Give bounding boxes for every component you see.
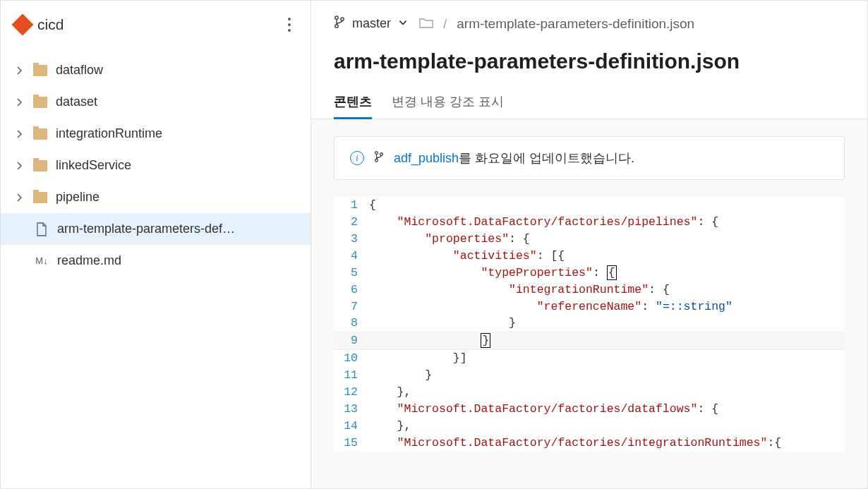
chevron-right-icon	[15, 66, 25, 76]
branch-picker[interactable]: master	[334, 15, 408, 32]
code-text: },	[366, 418, 411, 435]
file-explorer-sidebar: cicd dataflow dataset integrationRuntime…	[1, 1, 311, 488]
tree-label: pipeline	[56, 190, 296, 205]
folder-icon	[33, 192, 47, 203]
banner-branch-link[interactable]: adf_publish	[394, 151, 459, 165]
code-text: "Microsoft.DataFactory/factories/integra…	[366, 435, 781, 452]
line-number: 14	[334, 418, 366, 435]
svg-point-0	[335, 16, 338, 19]
line-number: 9	[334, 332, 366, 349]
code-viewer[interactable]: 1{ 2 "Microsoft.DataFactory/factories/pi…	[334, 197, 845, 452]
code-text: }	[366, 315, 516, 332]
line-number: 5	[334, 265, 366, 282]
code-text: }	[366, 367, 432, 384]
code-text: "referenceName": "=::string"	[366, 298, 733, 315]
tree-file-arm-template[interactable]: arm-template-parameters-def…	[1, 213, 311, 245]
svg-point-3	[375, 151, 378, 154]
line-number: 7	[334, 298, 366, 315]
branch-name: master	[352, 16, 391, 31]
topbar: master / arm-template-parameters-definit…	[311, 1, 867, 38]
banner-text: adf_publish를 화요일에 업데이트했습니다.	[394, 150, 634, 167]
tree-file-readme[interactable]: M↓ readme.md	[1, 245, 311, 277]
folder-outline-icon[interactable]	[419, 16, 433, 32]
code-text: "activities": [{	[366, 248, 565, 265]
code-text: "properties": {	[366, 231, 530, 248]
breadcrumb: / arm-template-parameters-definition.jso…	[419, 16, 694, 32]
tree-folder-integrationruntime[interactable]: integrationRuntime	[1, 118, 311, 150]
file-icon	[35, 222, 49, 236]
svg-point-1	[335, 25, 338, 28]
line-number: 1	[334, 197, 366, 214]
file-title: arm-template-parameters-definition.json	[311, 38, 867, 79]
folder-icon	[33, 65, 47, 76]
line-number: 4	[334, 248, 366, 265]
tab-contents[interactable]: 콘텐츠	[334, 86, 372, 119]
code-text: "integrationRuntime": {	[366, 282, 670, 298]
folder-icon	[33, 97, 47, 108]
chevron-down-icon	[398, 16, 408, 31]
tab-highlight-changes[interactable]: 변경 내용 강조 표시	[392, 86, 504, 119]
line-number: 10	[334, 350, 366, 367]
tree-label: integrationRuntime	[56, 126, 296, 141]
code-text: }]	[366, 350, 467, 367]
line-number: 3	[334, 231, 366, 248]
sidebar-header: cicd	[1, 1, 311, 49]
code-text: {	[366, 197, 376, 214]
folder-icon	[33, 128, 47, 140]
code-text: }	[366, 332, 490, 349]
code-text: },	[366, 384, 411, 401]
chevron-right-icon	[15, 97, 25, 107]
info-icon: i	[350, 151, 364, 165]
tree-label: dataflow	[56, 63, 296, 78]
svg-point-4	[375, 159, 378, 162]
repo-icon	[11, 13, 33, 35]
tree-label: linkedService	[56, 158, 296, 173]
tree-label: arm-template-parameters-def…	[57, 222, 296, 236]
code-text: "typeProperties": {	[366, 265, 617, 282]
line-number: 8	[334, 315, 366, 332]
breadcrumb-separator: /	[443, 16, 447, 32]
main-content: master / arm-template-parameters-definit…	[311, 1, 867, 488]
chevron-right-icon	[15, 193, 25, 203]
tree-folder-linkedservice[interactable]: linkedService	[1, 150, 311, 181]
breadcrumb-file[interactable]: arm-template-parameters-definition.json	[457, 16, 694, 32]
tree-folder-dataset[interactable]: dataset	[1, 86, 311, 118]
folder-icon	[33, 160, 47, 171]
repo-name: cicd	[37, 16, 64, 33]
line-number: 2	[334, 214, 366, 231]
line-number: 13	[334, 401, 366, 418]
branch-icon	[374, 150, 384, 167]
svg-point-5	[380, 152, 383, 155]
chevron-right-icon	[15, 161, 25, 171]
tree-label: readme.md	[57, 253, 296, 268]
code-text: "Microsoft.DataFactory/factories/pipelin…	[366, 214, 718, 231]
info-banner: i adf_publish를 화요일에 업데이트했습니다.	[334, 136, 845, 180]
branch-icon	[334, 15, 345, 32]
tree-folder-dataflow[interactable]: dataflow	[1, 54, 311, 86]
line-number: 11	[334, 367, 366, 384]
line-number: 6	[334, 282, 366, 298]
repo-title[interactable]: cicd	[15, 16, 64, 33]
file-tree: dataflow dataset integrationRuntime link…	[1, 49, 311, 282]
chevron-right-icon	[15, 129, 25, 139]
tree-folder-pipeline[interactable]: pipeline	[1, 181, 311, 213]
tabs: 콘텐츠 변경 내용 강조 표시	[311, 79, 867, 119]
tree-label: dataset	[56, 95, 296, 109]
code-text: "Microsoft.DataFactory/factories/dataflo…	[366, 401, 718, 418]
line-number: 12	[334, 384, 366, 401]
more-actions-icon[interactable]	[282, 12, 296, 37]
line-number: 15	[334, 435, 366, 452]
svg-point-2	[341, 18, 344, 20]
markdown-icon: M↓	[35, 255, 49, 266]
content-area: i adf_publish를 화요일에 업데이트했습니다. 1{ 2 "Micr…	[311, 119, 867, 488]
